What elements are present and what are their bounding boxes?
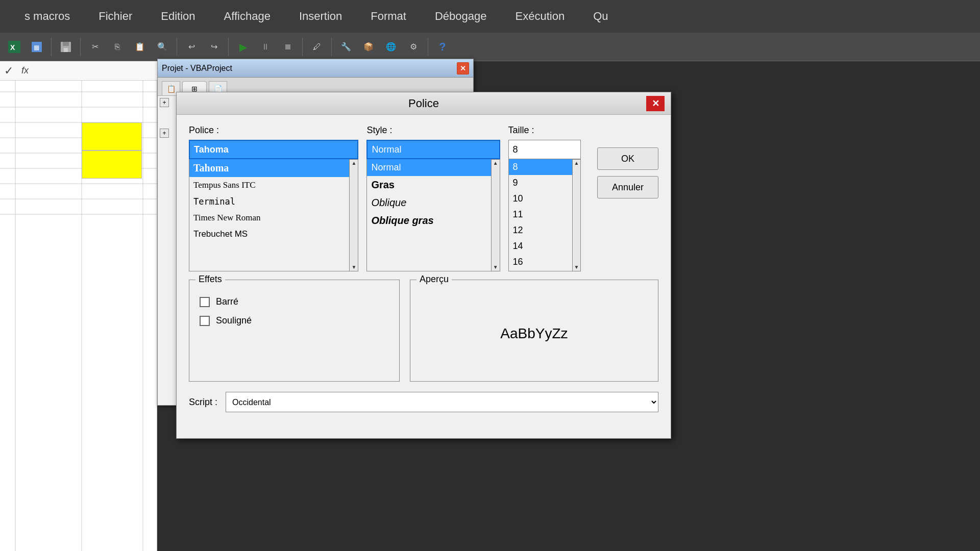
script-label: Script :	[189, 397, 217, 408]
barre-checkbox[interactable]	[200, 297, 210, 307]
police-list[interactable]: Tahoma Tempus Sans ITC Terminal Times Ne…	[189, 159, 350, 271]
vba-close-button[interactable]: ✕	[457, 62, 469, 74]
svg-text:X: X	[10, 43, 15, 52]
toolbar-sep-7	[428, 38, 428, 56]
toolbar-tool2-icon[interactable]: 📦	[358, 37, 379, 57]
menu-qu[interactable]: Qu	[579, 0, 622, 33]
taille-scroll-up-arrow[interactable]: ▲	[574, 161, 579, 166]
script-select[interactable]: Occidental Cyrillique Grec Hébreu	[226, 392, 658, 412]
taille-item-11[interactable]: 11	[509, 207, 572, 222]
menu-bar: s macros Fichier Edition Affichage Inser…	[0, 0, 980, 33]
toolbar-help-icon[interactable]: ?	[432, 37, 453, 57]
script-row: Script : Occidental Cyrillique Grec Hébr…	[189, 392, 658, 412]
apercu-preview-text: AaBbYyZz	[421, 294, 648, 373]
toolbar-sep-1	[51, 38, 52, 56]
taille-input[interactable]	[508, 140, 581, 159]
style-scroll-up-arrow[interactable]: ▲	[493, 161, 498, 166]
police-list-item-trebuchet[interactable]: Trebuchet MS	[189, 226, 349, 242]
toolbar-tool4-icon[interactable]: ⚙	[403, 37, 424, 57]
police-list-item-tempus[interactable]: Tempus Sans ITC	[189, 177, 349, 193]
toolbar-stop-icon[interactable]: ⏹	[278, 37, 298, 57]
taille-item-10[interactable]: 10	[509, 191, 572, 207]
police-list-wrapper: Tahoma Tempus Sans ITC Terminal Times Ne…	[189, 159, 358, 271]
yellow-cell-1[interactable]	[82, 122, 142, 151]
taille-item-16[interactable]: 16	[509, 254, 572, 270]
toolbar-save-icon[interactable]	[56, 37, 76, 57]
style-list-wrapper: Normal Gras Oblique Oblique gras ▲ ▼	[366, 159, 500, 271]
yellow-cell-2[interactable]	[82, 151, 142, 179]
toolbar-find-icon[interactable]: 🔍	[152, 37, 173, 57]
toolbar-undo-icon[interactable]: ↩	[181, 37, 202, 57]
effects-group: Effets Barré Souligné	[189, 280, 400, 382]
font-columns: Police : Tahoma Tempus Sans ITC Terminal…	[189, 125, 658, 271]
police-input[interactable]	[189, 140, 358, 159]
taille-list[interactable]: 8 9 10 11 12 14 16	[508, 159, 573, 271]
police-close-button[interactable]: ✕	[646, 96, 665, 111]
vba-tree-controls: + +	[158, 96, 171, 140]
style-list-item-gras[interactable]: Gras	[367, 176, 491, 194]
police-list-item-tahoma[interactable]: Tahoma	[189, 159, 349, 177]
fx-label: fx	[21, 65, 29, 76]
toolbar-tool1-icon[interactable]: 🔧	[336, 37, 356, 57]
menu-affichage[interactable]: Affichage	[210, 0, 285, 33]
menu-insertion[interactable]: Insertion	[285, 0, 356, 33]
menu-format[interactable]: Format	[356, 0, 421, 33]
bottom-section: Effets Barré Souligné Aperçu AaBbYyZz	[189, 280, 658, 382]
style-list-item-oblique[interactable]: Oblique	[367, 194, 491, 212]
style-input[interactable]	[366, 140, 500, 159]
taille-scroll-buttons[interactable]: ▲ ▼	[573, 159, 581, 271]
style-list-item-oblique-gras[interactable]: Oblique gras	[367, 212, 491, 230]
checkmark-icon: ✓	[4, 64, 13, 78]
toolbar-design-icon[interactable]: 🖊	[307, 37, 327, 57]
toolbar-sep-3	[177, 38, 177, 56]
toolbar-excel-icon[interactable]: X	[4, 37, 24, 57]
souligne-checkbox[interactable]	[200, 316, 210, 326]
toolbar-copy-icon[interactable]: ⎘	[107, 37, 128, 57]
toolbar-run-icon[interactable]: ▶	[233, 37, 253, 57]
taille-item-8[interactable]: 8	[509, 159, 572, 175]
menu-execution[interactable]: Exécution	[501, 0, 579, 33]
ok-button[interactable]: OK	[597, 147, 658, 170]
police-column-label: Police :	[189, 125, 358, 136]
style-column: Style : Normal Gras Oblique Oblique gras…	[366, 125, 500, 271]
style-list-item-normal[interactable]: Normal	[367, 159, 491, 176]
taille-item-9[interactable]: 9	[509, 175, 572, 191]
formula-bar: ✓ fx	[0, 61, 157, 81]
scroll-down-arrow[interactable]: ▼	[351, 265, 356, 270]
vba-expand-btn-2[interactable]: +	[160, 129, 169, 138]
script-select-wrapper: Occidental Cyrillique Grec Hébreu	[226, 392, 658, 412]
toolbar-paste-icon[interactable]: 📋	[130, 37, 150, 57]
toolbar-pause-icon[interactable]: ⏸	[255, 37, 276, 57]
police-dialog: Police ✕ Police : Tahoma Tempus Sans ITC…	[176, 92, 671, 439]
apercu-group-label: Aperçu	[416, 274, 452, 285]
souligne-label: Souligné	[216, 315, 252, 326]
taille-item-14[interactable]: 14	[509, 238, 572, 254]
taille-scroll-down-arrow[interactable]: ▼	[574, 265, 579, 270]
barre-checkbox-row: Barré	[200, 296, 389, 307]
police-list-item-terminal[interactable]: Terminal	[189, 193, 349, 210]
police-list-item-times[interactable]: Times New Roman	[189, 210, 349, 226]
style-scroll-down-arrow[interactable]: ▼	[493, 265, 498, 270]
taille-item-12[interactable]: 12	[509, 222, 572, 238]
menu-debogage[interactable]: Débogage	[421, 0, 501, 33]
toolbar-tool3-icon[interactable]: 🌐	[381, 37, 401, 57]
toolbar-sep-4	[228, 38, 229, 56]
menu-fichier[interactable]: Fichier	[84, 0, 146, 33]
menu-edition[interactable]: Edition	[146, 0, 209, 33]
police-scroll-buttons[interactable]: ▲ ▼	[350, 159, 358, 271]
svg-rect-6	[64, 48, 68, 52]
vba-expand-btn[interactable]: +	[160, 98, 169, 107]
annuler-button[interactable]: Annuler	[597, 176, 658, 198]
police-dialog-body: Police : Tahoma Tempus Sans ITC Terminal…	[177, 115, 671, 422]
style-list[interactable]: Normal Gras Oblique Oblique gras	[366, 159, 491, 271]
toolbar-sep-6	[331, 38, 332, 56]
scroll-up-arrow[interactable]: ▲	[351, 161, 356, 166]
taille-column: Taille : 8 9 10 11 12 14 16 ▲ ▼	[508, 125, 581, 271]
menu-macros[interactable]: s macros	[10, 0, 84, 33]
toolbar-cut-icon[interactable]: ✂	[85, 37, 105, 57]
dialog-buttons: OK Annuler	[597, 125, 658, 271]
toolbar-redo-icon[interactable]: ↪	[204, 37, 224, 57]
toolbar-insert-icon[interactable]: ▦	[27, 37, 47, 57]
vba-window-title: Projet - VBAProject	[162, 64, 232, 73]
style-scroll-buttons[interactable]: ▲ ▼	[492, 159, 500, 271]
